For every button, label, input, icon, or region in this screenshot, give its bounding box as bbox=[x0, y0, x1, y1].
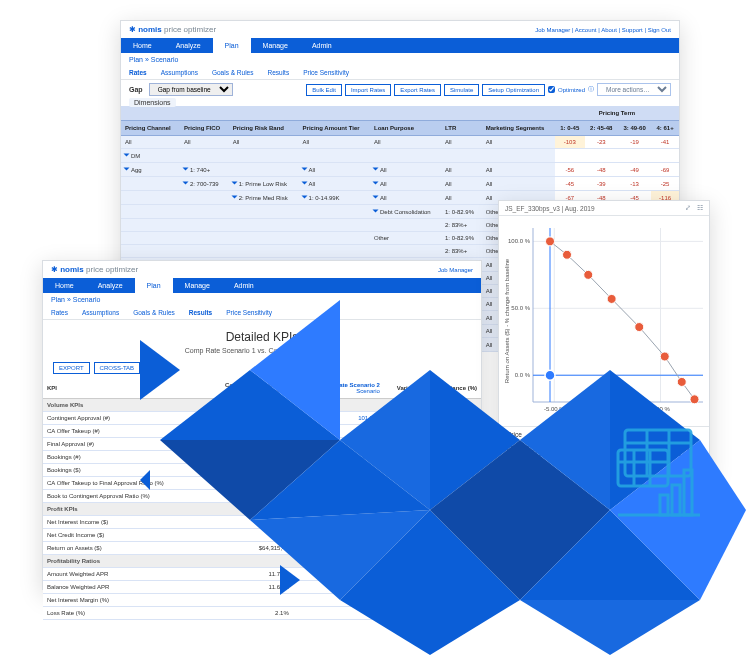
rates-cell bbox=[299, 219, 370, 232]
term-cell[interactable] bbox=[555, 149, 585, 163]
expand-icon[interactable] bbox=[301, 168, 307, 171]
term-col-header[interactable]: 2: 45-48 bbox=[585, 121, 618, 136]
rates-row[interactable]: 2: 700-7391: Prime Low RiskAllAllAllAll-… bbox=[121, 177, 679, 191]
subnav-assumptions[interactable]: Assumptions bbox=[82, 309, 119, 316]
col-header[interactable]: Pricing Amount Tier bbox=[299, 121, 370, 136]
subnav-assumptions[interactable]: Assumptions bbox=[161, 69, 198, 76]
term-cell[interactable]: -19 bbox=[618, 136, 651, 149]
setup-optimization-button[interactable]: Setup Optimization bbox=[482, 84, 545, 96]
col-header[interactable]: Pricing Channel bbox=[121, 121, 180, 136]
col-header[interactable]: Pricing Risk Band bbox=[229, 121, 299, 136]
data-point[interactable] bbox=[607, 294, 616, 303]
nav-home[interactable]: Home bbox=[43, 278, 86, 293]
data-point[interactable] bbox=[660, 352, 669, 361]
link-support[interactable]: Support bbox=[618, 27, 642, 33]
rates-cell: All bbox=[370, 191, 441, 205]
subnav-results[interactable]: Results bbox=[267, 69, 289, 76]
nav-manage[interactable]: Manage bbox=[251, 38, 300, 53]
data-point[interactable] bbox=[546, 237, 555, 246]
filter-select[interactable]: 1: Prime Low Risk, 2: Prime… bbox=[507, 446, 701, 456]
expand-icon[interactable] bbox=[372, 182, 378, 185]
subnav-rates[interactable]: Rates bbox=[129, 69, 147, 76]
data-point[interactable] bbox=[635, 323, 644, 332]
rates-row[interactable]: Agg1: 740+AllAllAllAll-56-48-49-69 bbox=[121, 163, 679, 177]
link-about[interactable]: About bbox=[598, 27, 617, 33]
subnav-rates[interactable]: Rates bbox=[51, 309, 68, 316]
baseline-point[interactable] bbox=[545, 370, 555, 380]
rates-row[interactable]: AllAllAllAllAllAllAll-103-23-19-41 bbox=[121, 136, 679, 149]
crosstab-button[interactable]: CROSS-TAB bbox=[94, 362, 141, 374]
kpi-cell: Amount Weighted APR bbox=[43, 568, 202, 581]
expand-icon[interactable] bbox=[124, 168, 130, 171]
term-cell[interactable]: -41 bbox=[651, 136, 679, 149]
link-account[interactable]: Account bbox=[572, 27, 597, 33]
simulate-button[interactable]: Simulate bbox=[444, 84, 479, 96]
kpi-cell: Net Interest Margin (%) bbox=[43, 594, 202, 607]
term-cell[interactable]: -103 bbox=[555, 136, 585, 149]
nav-admin[interactable]: Admin bbox=[300, 38, 344, 53]
subnav-goals[interactable]: Goals & Rules bbox=[212, 69, 254, 76]
subnav-goals[interactable]: Goals & Rules bbox=[133, 309, 175, 316]
term-cell[interactable] bbox=[585, 149, 618, 163]
expand-icon[interactable] bbox=[372, 168, 378, 171]
expand-icon[interactable] bbox=[182, 182, 188, 185]
expand-icon[interactable] bbox=[301, 182, 307, 185]
expand-icon[interactable] bbox=[301, 196, 307, 199]
term-cell[interactable] bbox=[651, 149, 679, 163]
subnav-price-sensitivity[interactable]: Price Sensitivity bbox=[303, 69, 349, 76]
bulk-edit-button[interactable]: Bulk Edit bbox=[306, 84, 342, 96]
term-cell[interactable]: -48 bbox=[585, 163, 618, 177]
kpi-cell bbox=[202, 490, 293, 503]
dimensions-chip[interactable]: Dimensions bbox=[129, 98, 176, 107]
term-cell[interactable]: -23 bbox=[585, 136, 618, 149]
chart-expand-icon[interactable]: ⤢ bbox=[685, 204, 691, 211]
link-job-manager[interactable]: Job Manager bbox=[438, 267, 473, 273]
nav-admin[interactable]: Admin bbox=[222, 278, 266, 293]
col-header[interactable]: Pricing FICO bbox=[180, 121, 229, 136]
term-col-header[interactable]: 4: 61+ bbox=[651, 121, 679, 136]
term-cell[interactable]: -69 bbox=[651, 163, 679, 177]
more-actions-select[interactable]: More actions… bbox=[597, 83, 671, 96]
rates-row[interactable]: DM bbox=[121, 149, 679, 163]
subnav-results[interactable]: Results bbox=[189, 309, 212, 316]
term-col-header[interactable]: 3: 49-60 bbox=[618, 121, 651, 136]
chart-settings-icon[interactable]: ☷ bbox=[697, 204, 703, 211]
term-cell[interactable] bbox=[618, 149, 651, 163]
term-cell[interactable]: -45 bbox=[555, 177, 585, 191]
term-cell[interactable]: -56 bbox=[555, 163, 585, 177]
col-header[interactable]: Marketing Segments bbox=[482, 121, 555, 136]
expand-icon[interactable] bbox=[231, 196, 237, 199]
term-cell[interactable]: -39 bbox=[585, 177, 618, 191]
nav-manage[interactable]: Manage bbox=[173, 278, 222, 293]
expand-icon[interactable] bbox=[372, 196, 378, 199]
term-cell[interactable]: -25 bbox=[651, 177, 679, 191]
data-point[interactable] bbox=[563, 250, 572, 259]
expand-icon[interactable] bbox=[182, 168, 188, 171]
nav-plan[interactable]: Plan bbox=[213, 38, 251, 53]
expand-icon[interactable] bbox=[372, 210, 378, 213]
export-button[interactable]: EXPORT bbox=[53, 362, 90, 374]
data-point[interactable] bbox=[690, 395, 699, 404]
import-rates-button[interactable]: Import Rates bbox=[345, 84, 391, 96]
nav-home[interactable]: Home bbox=[121, 38, 164, 53]
nav-analyze[interactable]: Analyze bbox=[86, 278, 135, 293]
link-sign-out[interactable]: Sign Out bbox=[644, 27, 671, 33]
rates-cell bbox=[299, 232, 370, 245]
col-header[interactable]: Loan Purpose bbox=[370, 121, 441, 136]
term-cell[interactable]: -49 bbox=[618, 163, 651, 177]
subnav-price-sensitivity[interactable]: Price Sensitivity bbox=[226, 309, 272, 316]
col-header[interactable]: LTR bbox=[441, 121, 482, 136]
kpi-cell: 22,642 bbox=[293, 451, 384, 464]
expand-icon[interactable] bbox=[124, 154, 130, 157]
data-point[interactable] bbox=[677, 377, 686, 386]
data-point[interactable] bbox=[584, 270, 593, 279]
nav-plan[interactable]: Plan bbox=[135, 278, 173, 293]
term-cell[interactable]: -13 bbox=[618, 177, 651, 191]
gap-select[interactable]: Gap from baseline bbox=[149, 83, 233, 96]
export-rates-button[interactable]: Export Rates bbox=[394, 84, 441, 96]
optimized-toggle[interactable]: Optimized ⓘ bbox=[548, 85, 594, 94]
expand-icon[interactable] bbox=[231, 182, 237, 185]
link-job-manager[interactable]: Job Manager bbox=[535, 27, 570, 33]
term-col-header[interactable]: 1: 0-45 bbox=[555, 121, 585, 136]
nav-analyze[interactable]: Analyze bbox=[164, 38, 213, 53]
